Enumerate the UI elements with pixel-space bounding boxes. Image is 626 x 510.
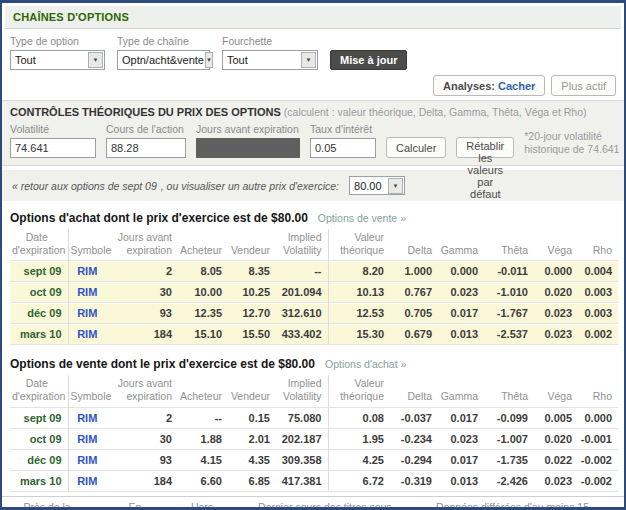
value-cell: 93 xyxy=(110,449,178,470)
value-cell: -2.537 xyxy=(484,324,534,345)
calls-table: Date d'expirationSymboleJours avant expi… xyxy=(10,229,618,345)
filter-range-label: Fourchette xyxy=(222,35,318,47)
value-cell: 10.13 xyxy=(328,282,390,303)
value-cell: 2.01 xyxy=(228,428,276,449)
back-to-options-link[interactable]: « retour aux options de sept 09 xyxy=(12,180,157,192)
reset-defaults-button[interactable]: Rétablir les valeurs par défaut xyxy=(456,137,514,158)
days-to-expiration-field: Jours avant expiration xyxy=(196,123,300,158)
range-select[interactable]: Tout ▼ xyxy=(222,50,318,70)
option-type-select[interactable]: Tout ▼ xyxy=(10,50,105,70)
delay-note: Données différées d'au moins 15 minutes. xyxy=(436,501,616,510)
value-cell: 15.50 xyxy=(228,324,276,345)
value-cell: -0.319 xyxy=(390,470,438,491)
symbol-link[interactable]: RIM xyxy=(68,470,110,491)
calculate-button[interactable]: Calculer xyxy=(386,137,446,158)
symbol-link[interactable]: RIM xyxy=(68,428,110,449)
options-chain-page: CHAÎNES D'OPTIONS Type de option Tout ▼ … xyxy=(0,0,626,510)
value-cell: -0.294 xyxy=(390,449,438,470)
most-active-button[interactable]: Plus actif xyxy=(551,75,616,96)
value-cell: 0.013 xyxy=(438,324,484,345)
analyses-toggle-button[interactable]: Analyses: Cacher xyxy=(433,75,545,96)
days-to-expiration-input[interactable] xyxy=(196,138,300,158)
value-cell: 201.094 xyxy=(276,282,328,303)
value-cell: 1.88 xyxy=(178,428,228,449)
value-cell: -0.011 xyxy=(484,261,534,282)
column-header: Acheteur xyxy=(178,229,228,261)
puts-table: Date d'expirationSymboleJours avant expi… xyxy=(10,375,618,491)
value-cell: 0.023 xyxy=(534,324,578,345)
chevron-down-icon[interactable]: ▼ xyxy=(301,52,316,68)
volatility-input[interactable] xyxy=(10,138,96,158)
value-cell: 12.35 xyxy=(178,303,228,324)
value-cell: 184 xyxy=(110,324,178,345)
value-cell: 0.017 xyxy=(438,303,484,324)
value-cell: 433.402 xyxy=(276,324,328,345)
goto-puts-link[interactable]: Options de vente » xyxy=(318,212,406,224)
expiration-cell: sept 09 xyxy=(10,407,68,428)
value-cell: -0.099 xyxy=(484,407,534,428)
value-cell: 0.017 xyxy=(438,449,484,470)
goto-calls-link[interactable]: Options d'achat » xyxy=(325,358,406,370)
value-cell: 0.705 xyxy=(390,303,438,324)
column-header: Implied Volatility xyxy=(276,229,328,261)
chevron-down-icon[interactable]: ▼ xyxy=(88,52,103,68)
value-cell: 93 xyxy=(110,303,178,324)
symbol-link[interactable]: RIM xyxy=(68,261,110,282)
volatility-label: Volatilité xyxy=(10,123,96,135)
legend-out-of-the-money: Hors jeu xyxy=(178,501,227,510)
column-header: Date d'expiration xyxy=(10,375,68,407)
page-title: CHAÎNES D'OPTIONS xyxy=(5,6,621,29)
out-of-the-money-label: Hors jeu xyxy=(191,501,227,510)
range-value: Tout xyxy=(227,54,248,66)
symbol-link[interactable]: RIM xyxy=(68,324,110,345)
value-cell: 0.08 xyxy=(328,407,390,428)
symbol-link[interactable]: RIM xyxy=(68,303,110,324)
calls-section-head: Options d'achat dont le prix d'exercice … xyxy=(10,211,616,225)
interest-rate-input[interactable] xyxy=(310,138,376,158)
interest-rate-field: Taux d'intérêt xyxy=(310,123,376,158)
tables-area: Options d'achat dont le prix d'exercice … xyxy=(2,201,624,492)
strike-nav-text: , ou visualiser un autre prix d'exercice… xyxy=(161,180,339,192)
option-type-value: Tout xyxy=(15,54,36,66)
column-header: Symbole xyxy=(68,229,110,261)
legend-last-price-marker: * Dernier cours des titres sous-jacents xyxy=(248,501,414,510)
symbol-link[interactable]: RIM xyxy=(68,282,110,303)
value-cell: 0.15 xyxy=(228,407,276,428)
column-header: Véga xyxy=(534,375,578,407)
value-cell: 0.003 xyxy=(578,303,618,324)
column-header: Delta xyxy=(390,375,438,407)
last-price-marker-label: Dernier cours des titres sous-jacents xyxy=(258,501,414,510)
expiration-cell: mars 10 xyxy=(10,470,68,491)
value-cell: 309.358 xyxy=(276,449,328,470)
value-cell: 1.000 xyxy=(390,261,438,282)
chevron-down-icon[interactable]: ▼ xyxy=(205,52,213,68)
table-row: déc 09RIM9312.3512.70312.61012.530.7050.… xyxy=(10,303,618,324)
symbol-link[interactable]: RIM xyxy=(68,407,110,428)
strike-price-select[interactable]: 80.00 ▼ xyxy=(349,176,405,195)
chain-type-select[interactable]: Optn/acht&vente ▼ xyxy=(117,50,210,70)
value-cell: -1.767 xyxy=(484,303,534,324)
chevron-down-icon[interactable]: ▼ xyxy=(388,178,403,194)
column-header: Gamma xyxy=(438,375,484,407)
column-header: Date d'expiration xyxy=(10,229,68,261)
value-cell: 0.023 xyxy=(438,428,484,449)
stock-price-input[interactable] xyxy=(106,138,186,158)
value-cell: 202.187 xyxy=(276,428,328,449)
column-header: Vendeur xyxy=(228,375,276,407)
value-cell: -- xyxy=(178,407,228,428)
value-cell: -2.426 xyxy=(484,470,534,491)
column-header: Symbole xyxy=(68,375,110,407)
filters-bar: Type de option Tout ▼ Type de chaîne Opt… xyxy=(2,29,624,70)
value-cell: 0.000 xyxy=(534,261,578,282)
value-cell: 0.017 xyxy=(438,407,484,428)
update-button[interactable]: Mise à jour xyxy=(330,50,407,70)
value-cell: 0.020 xyxy=(534,282,578,303)
value-cell: 15.10 xyxy=(178,324,228,345)
value-cell: 4.15 xyxy=(178,449,228,470)
value-cell: 10.25 xyxy=(228,282,276,303)
table-row: mars 10RIM1846.606.85417.3816.72-0.3190.… xyxy=(10,470,618,491)
days-to-expiration-label: Jours avant expiration xyxy=(196,123,300,135)
symbol-link[interactable]: RIM xyxy=(68,449,110,470)
value-cell: 10.00 xyxy=(178,282,228,303)
value-cell: 0.005 xyxy=(534,407,578,428)
